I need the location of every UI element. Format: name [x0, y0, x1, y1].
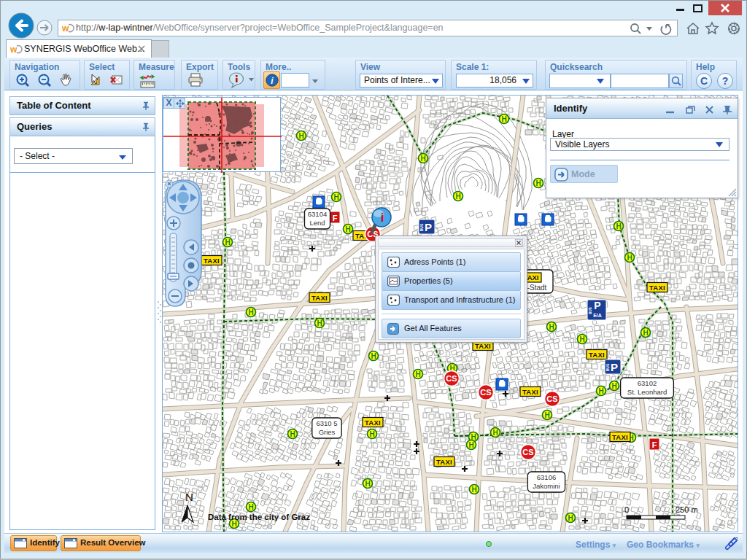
svg-text:w: w — [62, 23, 69, 34]
svg-text:63102: 63102 — [638, 379, 657, 387]
svg-text:TAXI: TAXI — [649, 284, 665, 292]
svg-text:TAXI: TAXI — [365, 419, 381, 427]
svg-text:H: H — [365, 480, 370, 488]
svg-text:BUS: BUS — [605, 363, 610, 371]
svg-text:CS: CS — [546, 394, 557, 403]
svg-text:H: H — [643, 329, 648, 337]
svg-text:TAXI: TAXI — [311, 294, 328, 302]
svg-text:63106: 63106 — [537, 473, 556, 481]
svg-text:P: P — [425, 221, 432, 233]
svg-text:w: w — [10, 44, 18, 55]
svg-text:TAXI: TAXI — [436, 458, 452, 466]
svg-text:H: H — [549, 323, 554, 331]
svg-text:H: H — [611, 382, 616, 390]
svg-text:H: H — [544, 411, 549, 419]
svg-text:-Stadt: -Stadt — [527, 284, 547, 292]
svg-text:H: H — [317, 319, 322, 327]
svg-text:P: P — [611, 361, 618, 373]
svg-text:CS: CS — [522, 448, 533, 456]
svg-text:H: H — [471, 486, 476, 494]
svg-text:H: H — [598, 387, 603, 395]
svg-text:P: P — [594, 300, 600, 311]
svg-text:H: H — [371, 352, 376, 360]
svg-text:0: 0 — [624, 505, 629, 514]
svg-text:H: H — [298, 132, 303, 140]
svg-text:H: H — [290, 430, 295, 438]
svg-text:F: F — [333, 214, 338, 222]
svg-text:H: H — [333, 193, 338, 201]
svg-text:BUS: BUS — [589, 307, 592, 314]
svg-text:H: H — [420, 155, 425, 163]
svg-text:TAXI: TAXI — [522, 388, 538, 396]
svg-text:H: H — [345, 225, 350, 233]
svg-text:H: H — [568, 514, 573, 522]
svg-text:F: F — [652, 440, 657, 449]
svg-text:H: H — [415, 370, 420, 378]
svg-text:TAXI: TAXI — [612, 433, 628, 441]
svg-text:i: i — [381, 211, 384, 225]
svg-text:63104: 63104 — [308, 210, 327, 218]
svg-text:H: H — [369, 430, 374, 438]
svg-text:H: H — [468, 441, 473, 449]
svg-text:H: H — [248, 308, 253, 316]
svg-text:H: H — [492, 429, 498, 437]
svg-text:H: H — [535, 179, 541, 187]
svg-text:St. Leonhard: St. Leonhard — [627, 388, 667, 396]
svg-text:TAXI: TAXI — [589, 351, 605, 359]
svg-text:250 m: 250 m — [676, 505, 698, 514]
svg-text:E/A: E/A — [593, 313, 602, 318]
svg-text:H: H — [225, 238, 230, 246]
svg-text:H: H — [579, 335, 584, 343]
svg-text:TAXI: TAXI — [204, 257, 220, 265]
svg-text:N: N — [185, 491, 193, 503]
svg-text:CS: CS — [446, 374, 457, 383]
svg-text:H: H — [455, 192, 460, 201]
svg-text:H: H — [627, 254, 632, 262]
svg-text:H: H — [248, 503, 253, 511]
svg-text:Lend: Lend — [309, 219, 325, 227]
svg-text:CS: CS — [480, 388, 491, 397]
svg-text:6310 5: 6310 5 — [316, 419, 337, 427]
svg-text:Gries: Gries — [319, 428, 336, 436]
svg-text:Data from the city of Graz: Data from the city of Graz — [208, 513, 310, 521]
svg-text:H: H — [501, 115, 506, 123]
svg-text:Jakomini: Jakomini — [533, 482, 560, 490]
svg-text:H: H — [616, 222, 621, 230]
svg-text:TAXI: TAXI — [475, 342, 491, 350]
svg-text:BUS: BUS — [419, 223, 424, 231]
